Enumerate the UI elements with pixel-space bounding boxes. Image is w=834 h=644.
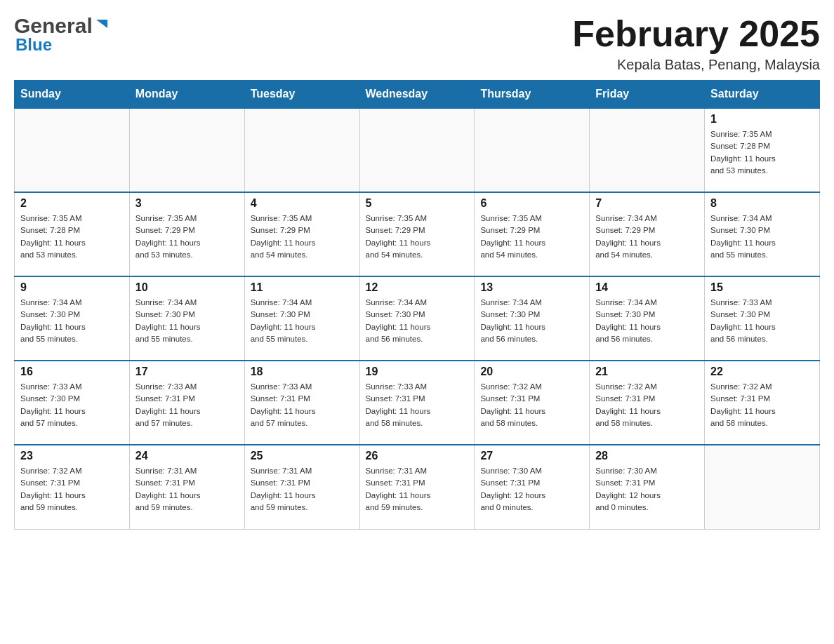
day-number: 25 [251, 450, 354, 462]
calendar-day-cell: 6Sunrise: 7:35 AMSunset: 7:29 PMDaylight… [475, 192, 590, 276]
day-number: 5 [366, 197, 469, 210]
day-number: 7 [595, 197, 699, 210]
day-info: Sunrise: 7:33 AMSunset: 7:31 PMDaylight:… [135, 381, 239, 429]
calendar-day-cell: 19Sunrise: 7:33 AMSunset: 7:31 PMDayligh… [359, 361, 475, 445]
day-number: 22 [710, 365, 814, 378]
day-number: 19 [366, 365, 469, 378]
calendar-day-cell: 27Sunrise: 7:30 AMSunset: 7:31 PMDayligh… [475, 445, 590, 529]
calendar-day-cell: 14Sunrise: 7:34 AMSunset: 7:30 PMDayligh… [590, 276, 705, 361]
day-info: Sunrise: 7:30 AMSunset: 7:31 PMDaylight:… [480, 465, 583, 514]
calendar-day-cell: 15Sunrise: 7:33 AMSunset: 7:30 PMDayligh… [705, 276, 820, 361]
calendar-day-cell: 11Sunrise: 7:34 AMSunset: 7:30 PMDayligh… [244, 276, 359, 361]
day-number: 4 [251, 197, 354, 210]
day-info: Sunrise: 7:34 AMSunset: 7:30 PMDaylight:… [710, 213, 814, 261]
day-number: 21 [595, 365, 699, 378]
calendar-day-cell: 23Sunrise: 7:32 AMSunset: 7:31 PMDayligh… [15, 445, 130, 529]
day-info: Sunrise: 7:32 AMSunset: 7:31 PMDaylight:… [480, 381, 583, 429]
day-info: Sunrise: 7:34 AMSunset: 7:30 PMDaylight:… [366, 297, 469, 345]
calendar-day-cell: 17Sunrise: 7:33 AMSunset: 7:31 PMDayligh… [129, 361, 244, 445]
calendar-week-row: 2Sunrise: 7:35 AMSunset: 7:28 PMDaylight… [15, 192, 820, 276]
day-info: Sunrise: 7:33 AMSunset: 7:30 PMDaylight:… [20, 381, 124, 429]
day-info: Sunrise: 7:34 AMSunset: 7:30 PMDaylight:… [480, 297, 583, 345]
calendar-header-saturday: Saturday [705, 81, 820, 109]
day-info: Sunrise: 7:30 AMSunset: 7:31 PMDaylight:… [595, 465, 699, 514]
calendar-day-cell: 25Sunrise: 7:31 AMSunset: 7:31 PMDayligh… [244, 445, 359, 529]
day-number: 12 [366, 281, 469, 294]
day-info: Sunrise: 7:35 AMSunset: 7:29 PMDaylight:… [480, 213, 583, 261]
logo-blue-text: Blue [14, 35, 52, 55]
logo-general-text: General [14, 14, 93, 38]
calendar-header-thursday: Thursday [475, 81, 590, 109]
day-number: 18 [251, 365, 354, 378]
calendar-table: SundayMondayTuesdayWednesdayThursdayFrid… [14, 80, 820, 530]
day-info: Sunrise: 7:35 AMSunset: 7:28 PMDaylight:… [710, 128, 814, 177]
day-number: 15 [710, 281, 814, 294]
day-info: Sunrise: 7:33 AMSunset: 7:31 PMDaylight:… [366, 381, 469, 429]
day-info: Sunrise: 7:31 AMSunset: 7:31 PMDaylight:… [135, 465, 239, 514]
day-info: Sunrise: 7:31 AMSunset: 7:31 PMDaylight:… [251, 465, 354, 514]
day-number: 2 [20, 197, 124, 210]
day-info: Sunrise: 7:34 AMSunset: 7:30 PMDaylight:… [251, 297, 354, 345]
svg-marker-0 [96, 20, 107, 28]
calendar-day-cell: 12Sunrise: 7:34 AMSunset: 7:30 PMDayligh… [359, 276, 475, 361]
day-info: Sunrise: 7:34 AMSunset: 7:30 PMDaylight:… [595, 297, 699, 345]
calendar-day-cell [244, 108, 359, 192]
calendar-week-row: 16Sunrise: 7:33 AMSunset: 7:30 PMDayligh… [15, 361, 820, 445]
logo-arrow-icon [95, 17, 110, 35]
day-info: Sunrise: 7:35 AMSunset: 7:29 PMDaylight:… [135, 213, 239, 261]
calendar-header-sunday: Sunday [15, 81, 130, 109]
day-info: Sunrise: 7:34 AMSunset: 7:29 PMDaylight:… [595, 213, 699, 261]
logo: General Blue [14, 14, 110, 55]
calendar-day-cell: 26Sunrise: 7:31 AMSunset: 7:31 PMDayligh… [359, 445, 475, 529]
day-number: 16 [20, 365, 124, 378]
day-info: Sunrise: 7:33 AMSunset: 7:30 PMDaylight:… [710, 297, 814, 345]
calendar-day-cell: 28Sunrise: 7:30 AMSunset: 7:31 PMDayligh… [590, 445, 705, 529]
calendar-day-cell [705, 445, 820, 529]
calendar-week-row: 1Sunrise: 7:35 AMSunset: 7:28 PMDaylight… [15, 108, 820, 192]
calendar-day-cell: 21Sunrise: 7:32 AMSunset: 7:31 PMDayligh… [590, 361, 705, 445]
day-number: 10 [135, 281, 239, 294]
calendar-day-cell: 24Sunrise: 7:31 AMSunset: 7:31 PMDayligh… [129, 445, 244, 529]
calendar-day-cell: 18Sunrise: 7:33 AMSunset: 7:31 PMDayligh… [244, 361, 359, 445]
day-info: Sunrise: 7:34 AMSunset: 7:30 PMDaylight:… [20, 297, 124, 345]
calendar-week-row: 23Sunrise: 7:32 AMSunset: 7:31 PMDayligh… [15, 445, 820, 529]
day-info: Sunrise: 7:31 AMSunset: 7:31 PMDaylight:… [366, 465, 469, 514]
calendar-day-cell: 3Sunrise: 7:35 AMSunset: 7:29 PMDaylight… [129, 192, 244, 276]
calendar-header-monday: Monday [129, 81, 244, 109]
day-number: 17 [135, 365, 239, 378]
page-header: General Blue February 2025 Kepala Batas,… [14, 14, 820, 73]
location-text: Kepala Batas, Penang, Malaysia [572, 57, 820, 73]
calendar-day-cell [359, 108, 475, 192]
calendar-day-cell [475, 108, 590, 192]
calendar-day-cell: 16Sunrise: 7:33 AMSunset: 7:30 PMDayligh… [15, 361, 130, 445]
day-info: Sunrise: 7:32 AMSunset: 7:31 PMDaylight:… [20, 465, 124, 514]
calendar-header-row: SundayMondayTuesdayWednesdayThursdayFrid… [15, 81, 820, 109]
day-number: 23 [20, 450, 124, 462]
month-title: February 2025 [572, 14, 820, 54]
day-number: 26 [366, 450, 469, 462]
day-info: Sunrise: 7:34 AMSunset: 7:30 PMDaylight:… [135, 297, 239, 345]
calendar-day-cell [590, 108, 705, 192]
day-info: Sunrise: 7:35 AMSunset: 7:28 PMDaylight:… [20, 213, 124, 261]
day-number: 20 [480, 365, 583, 378]
day-info: Sunrise: 7:33 AMSunset: 7:31 PMDaylight:… [251, 381, 354, 429]
day-number: 28 [595, 450, 699, 462]
calendar-day-cell: 7Sunrise: 7:34 AMSunset: 7:29 PMDaylight… [590, 192, 705, 276]
day-number: 24 [135, 450, 239, 462]
calendar-header-tuesday: Tuesday [244, 81, 359, 109]
calendar-day-cell: 22Sunrise: 7:32 AMSunset: 7:31 PMDayligh… [705, 361, 820, 445]
day-info: Sunrise: 7:32 AMSunset: 7:31 PMDaylight:… [710, 381, 814, 429]
day-number: 6 [480, 197, 583, 210]
calendar-day-cell: 20Sunrise: 7:32 AMSunset: 7:31 PMDayligh… [475, 361, 590, 445]
calendar-day-cell: 4Sunrise: 7:35 AMSunset: 7:29 PMDaylight… [244, 192, 359, 276]
day-number: 3 [135, 197, 239, 210]
calendar-header-wednesday: Wednesday [359, 81, 475, 109]
day-number: 13 [480, 281, 583, 294]
day-number: 14 [595, 281, 699, 294]
day-info: Sunrise: 7:35 AMSunset: 7:29 PMDaylight:… [251, 213, 354, 261]
calendar-day-cell: 2Sunrise: 7:35 AMSunset: 7:28 PMDaylight… [15, 192, 130, 276]
day-number: 1 [710, 113, 814, 126]
calendar-day-cell: 5Sunrise: 7:35 AMSunset: 7:29 PMDaylight… [359, 192, 475, 276]
calendar-day-cell: 1Sunrise: 7:35 AMSunset: 7:28 PMDaylight… [705, 108, 820, 192]
calendar-week-row: 9Sunrise: 7:34 AMSunset: 7:30 PMDaylight… [15, 276, 820, 361]
